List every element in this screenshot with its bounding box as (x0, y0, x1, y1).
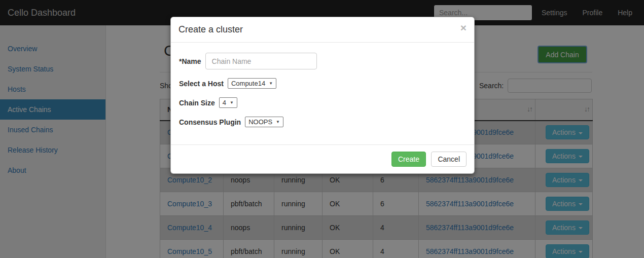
host-select-value: Compute14 (231, 80, 265, 87)
plugin-field-label: Consensus Plugin (179, 118, 241, 126)
name-form-row: *Name (179, 53, 466, 69)
cancel-button[interactable]: Cancel (431, 152, 467, 167)
size-form-row: Chain Size 4 ▼ (179, 97, 466, 108)
modal-title: Create a cluster (178, 24, 243, 34)
close-icon[interactable]: × (460, 22, 467, 33)
plugin-form-row: Consensus Plugin NOOPS ▼ (179, 117, 466, 127)
host-field-label: Select a Host (179, 80, 224, 88)
create-button[interactable]: Create (391, 152, 426, 167)
chain-name-input[interactable] (205, 53, 317, 69)
consensus-plugin-select[interactable]: NOOPS ▼ (245, 117, 283, 127)
size-field-label: Chain Size (179, 99, 215, 107)
modal-footer: Create Cancel (171, 144, 474, 173)
chain-size-value: 4 (223, 99, 226, 106)
chevron-down-icon: ▼ (269, 81, 273, 86)
host-select[interactable]: Compute14 ▼ (228, 78, 276, 89)
chevron-down-icon: ▼ (276, 120, 280, 124)
chain-size-select[interactable]: 4 ▼ (219, 97, 237, 108)
chevron-down-icon: ▼ (230, 100, 234, 105)
page: Cello Dashboard Settings Profile Help Ov… (0, 0, 644, 258)
create-cluster-modal: Create a cluster × *Name Select a Host C… (170, 17, 475, 174)
name-field-label: *Name (179, 57, 201, 65)
modal-header: Create a cluster × (171, 17, 474, 43)
consensus-plugin-value: NOOPS (248, 118, 272, 126)
host-form-row: Select a Host Compute14 ▼ (179, 78, 466, 89)
modal-body: *Name Select a Host Compute14 ▼ Chain Si… (171, 43, 474, 127)
